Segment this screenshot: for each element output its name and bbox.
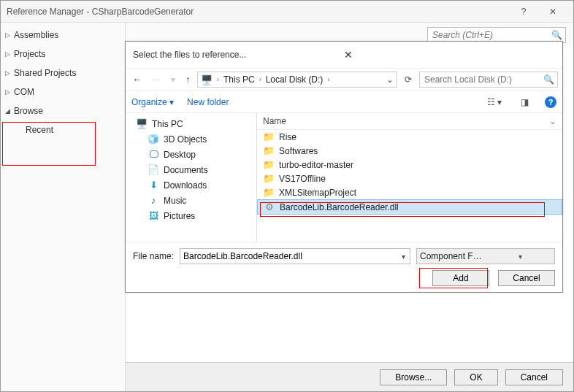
file-row-selected[interactable]: ⚙BarcodeLib.BarcodeReader.dll <box>257 199 562 215</box>
file-row[interactable]: 📁Rise <box>257 130 562 144</box>
column-name[interactable]: Name <box>263 116 549 126</box>
file-row[interactable]: 📁turbo-editor-master <box>257 158 562 172</box>
tree-item-3dobjects[interactable]: 🧊3D Objects <box>126 131 256 147</box>
cube-icon: 🧊 <box>148 134 159 145</box>
filename-row: File name: ▾ Component Files (*.dll;*.tl… <box>133 248 555 264</box>
folder-icon: 📁 <box>263 187 275 198</box>
chevron-right-icon: ▷ <box>5 69 10 77</box>
address-dropdown[interactable]: ⌄ <box>386 74 394 85</box>
dialog-search-input[interactable]: 🔍 <box>419 72 558 88</box>
chevron-right-icon: ▷ <box>5 88 10 96</box>
filename-input[interactable]: ▾ <box>180 248 410 264</box>
file-dialog: Select the files to reference... ✕ ← → ▾… <box>125 41 563 293</box>
file-row[interactable]: 📁Softwares <box>257 144 562 158</box>
nav-history-dropdown[interactable]: ▾ <box>168 73 178 86</box>
file-list-scroll[interactable]: 📁Rise 📁Softwares 📁turbo-editor-master 📁V… <box>257 130 562 242</box>
action-row: Add Cancel <box>133 270 555 286</box>
dialog-close-button[interactable]: ✕ <box>340 47 555 62</box>
folder-icon: 📁 <box>263 145 275 156</box>
download-icon: ⬇ <box>148 180 159 191</box>
dialog-title: Select the files to reference... <box>133 50 340 60</box>
filename-field[interactable] <box>180 251 397 261</box>
list-header: Name ⌄ <box>257 113 562 130</box>
filter-dropdown-icon: ▾ <box>486 253 554 261</box>
add-button[interactable]: Add <box>432 270 489 286</box>
titlebar: Reference Manager - CSharpBarcodeGenerat… <box>1 1 573 23</box>
folder-icon: 📁 <box>263 159 275 170</box>
dialog-toolbar: Organize ▾ New folder ☷ ▾ ◨ ? <box>126 91 562 113</box>
tree-item-thispc[interactable]: 🖥️This PC <box>126 116 256 131</box>
tree-item-pictures[interactable]: 🖼Pictures <box>126 208 256 223</box>
tree-item-downloads[interactable]: ⬇Downloads <box>126 177 256 193</box>
refresh-button[interactable]: ⟳ <box>402 74 415 85</box>
view-options-button[interactable]: ☷ ▾ <box>484 97 505 107</box>
help-icon[interactable]: ? <box>545 96 556 108</box>
picture-icon: 🖼 <box>148 210 159 221</box>
address-bar[interactable]: 🖥️ › This PC › Local Disk (D:) › ⌄ <box>197 72 397 88</box>
dialog-search-field[interactable] <box>423 74 543 85</box>
sidebar-item-recent[interactable]: Recent <box>1 122 125 138</box>
nav-forward-button[interactable]: → <box>149 73 164 86</box>
dll-icon: ⚙ <box>264 201 275 212</box>
chevron-right-icon: ▷ <box>5 31 10 39</box>
ok-button[interactable]: OK <box>454 369 497 385</box>
dialog-titlebar: Select the files to reference... ✕ <box>126 42 562 68</box>
tree-item-desktop[interactable]: 🖵Desktop <box>126 147 256 162</box>
filename-dropdown[interactable]: ▾ <box>397 253 410 261</box>
filetype-filter[interactable]: Component Files (*.dll;*.tlb;*.ol ▾ <box>416 248 555 264</box>
folder-tree[interactable]: 🖥️This PC 🧊3D Objects 🖵Desktop 📄Document… <box>126 113 257 242</box>
window-title: Reference Manager - CSharpBarcodeGenerat… <box>7 7 509 17</box>
sidebar-item-browse[interactable]: ◢Browse <box>1 103 125 119</box>
folder-icon: 📁 <box>263 173 275 184</box>
desktop-icon: 🖵 <box>148 149 159 160</box>
tree-item-documents[interactable]: 📄Documents <box>126 162 256 177</box>
document-icon: 📄 <box>148 164 159 175</box>
file-row[interactable]: 📁VS17Offline <box>257 172 562 185</box>
newfolder-button[interactable]: New folder <box>187 97 229 107</box>
file-list: Name ⌄ 📁Rise 📁Softwares 📁turbo-editor-ma… <box>257 113 562 242</box>
sidebar: ▷Assemblies ▷Projects ▷Shared Projects ▷… <box>1 23 125 391</box>
dialog-navbar: ← → ▾ ↑ 🖥️ › This PC › Local Disk (D:) ›… <box>126 68 562 91</box>
dialog-bottom: File name: ▾ Component Files (*.dll;*.tl… <box>126 242 562 292</box>
pc-icon: 🖥️ <box>136 118 148 129</box>
organize-dropdown[interactable]: Organize ▾ <box>131 97 174 107</box>
search-field[interactable] <box>431 29 551 41</box>
search-icon: 🔍 <box>543 74 554 85</box>
filename-label: File name: <box>133 251 174 261</box>
chevron-right-icon: ▷ <box>5 50 10 58</box>
crumb-drive[interactable]: Local Disk (D:) <box>266 74 324 85</box>
close-button[interactable]: ✕ <box>538 7 567 17</box>
column-dropdown-icon[interactable]: ⌄ <box>549 116 556 126</box>
sidebar-item-shared-projects[interactable]: ▷Shared Projects <box>1 65 125 81</box>
bottombar: Browse... OK Cancel <box>126 362 573 391</box>
chevron-down-icon: ◢ <box>5 107 10 115</box>
dialog-cancel-button[interactable]: Cancel <box>498 270 555 286</box>
nav-up-button[interactable]: ↑ <box>183 73 193 86</box>
search-icon: 🔍 <box>551 30 562 40</box>
preview-pane-button[interactable]: ◨ <box>518 97 532 107</box>
reference-manager-window: Reference Manager - CSharpBarcodeGenerat… <box>0 0 574 392</box>
dialog-body: 🖥️This PC 🧊3D Objects 🖵Desktop 📄Document… <box>126 113 562 242</box>
file-row[interactable]: 📁XMLSitemapProject <box>257 185 562 199</box>
chevron-right-icon: › <box>259 76 261 83</box>
folder-icon: 📁 <box>263 131 275 142</box>
help-button[interactable]: ? <box>509 7 538 17</box>
sidebar-item-projects[interactable]: ▷Projects <box>1 46 125 62</box>
filter-text: Component Files (*.dll;*.tlb;*.ol <box>417 251 486 261</box>
browse-button[interactable]: Browse... <box>380 369 447 385</box>
cancel-button[interactable]: Cancel <box>505 369 563 385</box>
pc-icon: 🖥️ <box>201 74 213 85</box>
sidebar-item-com[interactable]: ▷COM <box>1 84 125 100</box>
chevron-right-icon: › <box>217 76 219 83</box>
tree-item-music[interactable]: ♪Music <box>126 193 256 208</box>
music-icon: ♪ <box>148 195 159 206</box>
crumb-thispc[interactable]: This PC <box>223 74 255 85</box>
sidebar-item-assemblies[interactable]: ▷Assemblies <box>1 27 125 43</box>
chevron-right-icon: › <box>327 76 329 83</box>
nav-back-button[interactable]: ← <box>130 73 145 86</box>
